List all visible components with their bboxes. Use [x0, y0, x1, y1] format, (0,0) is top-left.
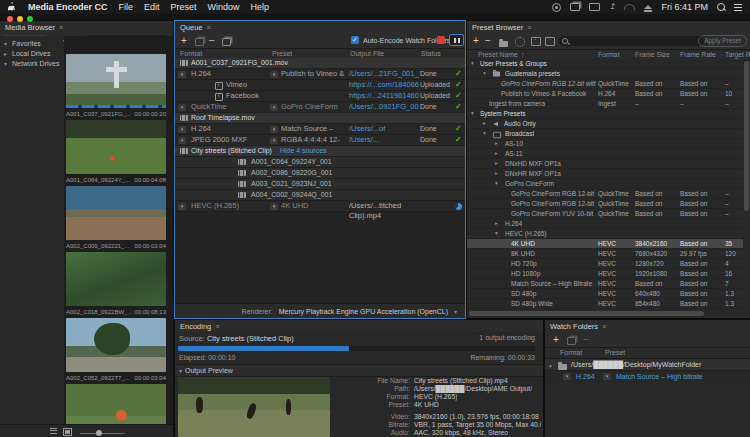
- chevron-down-icon[interactable]: ▾: [471, 59, 474, 68]
- preset-row[interactable]: HD 720p HEVC (H.265) 1280x720 Based on s…: [467, 259, 743, 269]
- clip-thumbnail-jungle[interactable]: [66, 252, 166, 306]
- add-output-button[interactable]: +: [181, 35, 187, 46]
- chevron-down-icon[interactable]: ▾: [454, 308, 457, 315]
- chevron-down-icon[interactable]: ▾: [471, 109, 474, 118]
- copy-icon[interactable]: [222, 38, 231, 46]
- scrub-bar[interactable]: [66, 105, 166, 108]
- new-group-icon[interactable]: [499, 41, 508, 47]
- import-presets-icon[interactable]: [531, 37, 541, 46]
- zoom-slider-track[interactable]: [80, 433, 125, 434]
- add-preset-button[interactable]: +: [473, 35, 479, 46]
- status-windows-icon[interactable]: [570, 3, 580, 11]
- close-button[interactable]: [7, 16, 13, 22]
- chevron-down-icon[interactable]: ▾: [483, 129, 486, 138]
- tree-item-favorites[interactable]: ▾ Favorites: [0, 39, 63, 49]
- zoom-slider-handle[interactable]: [96, 430, 102, 436]
- chevron-down-icon[interactable]: ▾: [4, 39, 7, 49]
- preset-dropdown[interactable]: ▾: [603, 373, 611, 380]
- panel-menu-icon[interactable]: ≡: [527, 24, 531, 31]
- add-watch-folder-button[interactable]: +: [553, 334, 559, 345]
- status-display-icon[interactable]: [589, 3, 600, 11]
- preset-category-row[interactable]: ▸ Audio Only: [467, 119, 743, 129]
- chevron-down-icon[interactable]: ▾: [4, 59, 7, 69]
- chevron-down-icon[interactable]: ▾: [495, 229, 498, 238]
- preset-row[interactable]: GoPro CineForm RGB 12-bit with alpha Qui…: [467, 189, 743, 199]
- output-file-link[interactable]: /Users/...21FG_001_1.mp4: [349, 69, 419, 79]
- preset-search-input[interactable]: [559, 36, 704, 46]
- watch-format[interactable]: H.264: [576, 371, 595, 382]
- preset-group-row[interactable]: ▾ System Presets: [467, 109, 743, 119]
- preset-dropdown[interactable]: ▾: [270, 71, 278, 78]
- preset-dropdown[interactable]: ▾: [270, 137, 278, 144]
- status-camera-icon[interactable]: [552, 3, 561, 12]
- spotlight-search-icon[interactable]: [717, 3, 725, 11]
- chevron-down-icon[interactable]: ▾: [495, 179, 498, 188]
- clip-item[interactable]: A002_C018_0922BW_... 00:00:08:13: [66, 252, 166, 318]
- export-presets-icon[interactable]: [545, 37, 555, 46]
- preset-row[interactable]: SD 480p HEVC (H.265) 640x480 Based on so…: [467, 289, 743, 299]
- preset-row-selected[interactable]: 4K UHD HEVC (H.265) 3840x2160 Based on s…: [467, 239, 743, 249]
- output-preview-section[interactable]: ▾ Output Preview: [175, 364, 543, 377]
- pause-queue-button[interactable]: [449, 34, 464, 46]
- preset-dropdown[interactable]: ▾: [270, 126, 278, 133]
- edit-watch-folder-icon[interactable]: [567, 337, 576, 345]
- preset-row[interactable]: GoPro CineForm YUV 10-bit QuickTime Base…: [467, 209, 743, 219]
- queue-source-row[interactable]: Roof Timelapse.mov: [175, 113, 465, 124]
- chevron-right-icon[interactable]: ▸: [495, 149, 498, 158]
- format-dropdown[interactable]: ▾: [178, 71, 186, 78]
- preset-category-row[interactable]: ▾ Broadcast: [467, 129, 743, 139]
- horizontal-scrollbar[interactable]: [469, 311, 704, 316]
- preset-group-row[interactable]: ▾ User Presets & Groups: [467, 59, 743, 69]
- chevron-right-icon[interactable]: ▸: [495, 169, 498, 178]
- preset-category-row[interactable]: ▸ H.264: [467, 219, 743, 229]
- remove-watch-folder-button[interactable]: −: [583, 334, 589, 345]
- output-file-link[interactable]: /Users/...0921FG_001.mov: [349, 102, 419, 112]
- watch-preset[interactable]: Match Source – High bitrate: [616, 371, 703, 382]
- chevron-right-icon[interactable]: ▸: [4, 49, 7, 59]
- clip-item[interactable]: [66, 384, 166, 425]
- clip-thumbnail-cross-monument[interactable]: [66, 54, 166, 108]
- preset-category-row[interactable]: ▸ AS-10: [467, 139, 743, 149]
- apply-preset-button[interactable]: Apply Preset: [698, 35, 747, 47]
- notification-center-icon[interactable]: [734, 4, 742, 11]
- tree-item-network-drives[interactable]: ▾ Network Drives: [0, 59, 63, 69]
- menu-help[interactable]: Help: [251, 2, 270, 12]
- preset-dropdown[interactable]: ▾: [270, 104, 278, 111]
- chevron-down-icon[interactable]: ▾: [483, 69, 486, 78]
- preset-category-row[interactable]: ▸ DNxHR MXF OP1a: [467, 169, 743, 179]
- remove-preset-button[interactable]: −: [485, 35, 491, 46]
- vertical-scrollbar[interactable]: [744, 61, 749, 211]
- queue-source-row[interactable]: A001_C037_0921FG_001.mov: [175, 58, 465, 69]
- chevron-right-icon[interactable]: ▸: [495, 309, 498, 310]
- preset-category-row[interactable]: ▸ AS-11: [467, 149, 743, 159]
- queue-subsource-row[interactable]: A004_C002_09244Q_001: [175, 190, 465, 201]
- queue-source-row-stitched[interactable]: City streets (Stitched Clip) Hide 4 sour…: [175, 146, 465, 157]
- clip-thumbnail-tree-rock[interactable]: [66, 318, 166, 372]
- duplicate-icon[interactable]: [195, 38, 204, 46]
- queue-share-row[interactable]: Vimeo https://...com/184066142 Uploaded …: [175, 80, 465, 91]
- preset-row[interactable]: 8K UHD HEVC (H.265) 7680x4320 29.97 fps …: [467, 249, 743, 259]
- preset-folder-row[interactable]: ▾ Guatemala presets: [467, 69, 743, 79]
- preset-row[interactable]: HD 1080p HEVC (H.265) 1920x1080 Based on…: [467, 269, 743, 279]
- auto-encode-checkbox[interactable]: ✓: [351, 36, 359, 44]
- preset-category-row[interactable]: ▸ JPEG 2000 MXF OP1a: [467, 309, 743, 310]
- preset-category-row[interactable]: ▾ HEVC (H.265): [467, 229, 743, 239]
- preset-category-row[interactable]: ▾ GoPro CineForm: [467, 179, 743, 189]
- preset-row[interactable]: GoPro CineForm RGB 12-bit with alpha... …: [467, 199, 743, 209]
- watch-folder-output-row[interactable]: ▾ H.264 ▾ Match Source – High bitrate: [545, 371, 750, 382]
- preset-row[interactable]: Publish to Vimeo & Facebook H.264 Based …: [467, 89, 743, 99]
- chevron-right-icon[interactable]: ▸: [495, 139, 498, 148]
- preset-row[interactable]: SD 480p Wide HEVC (H.265) 854x480 Based …: [467, 299, 743, 309]
- menu-edit[interactable]: Edit: [144, 2, 160, 12]
- format-dropdown[interactable]: ▾: [178, 137, 186, 144]
- thumbnail-view-icon[interactable]: [63, 428, 72, 436]
- wifi-icon[interactable]: [624, 4, 635, 10]
- clip-thumbnail-aerial-town[interactable]: [66, 186, 166, 240]
- format-dropdown[interactable]: ▾: [178, 104, 186, 111]
- format-dropdown[interactable]: ▾: [178, 126, 186, 133]
- stop-queue-button[interactable]: [437, 36, 445, 44]
- column-preset[interactable]: Preset: [605, 348, 625, 358]
- preset-row[interactable]: GoPro CineForm RGB 12-bit with alpha (Al…: [467, 79, 743, 89]
- eject-icon[interactable]: [644, 5, 652, 9]
- panel-menu-icon[interactable]: ≡: [215, 323, 219, 330]
